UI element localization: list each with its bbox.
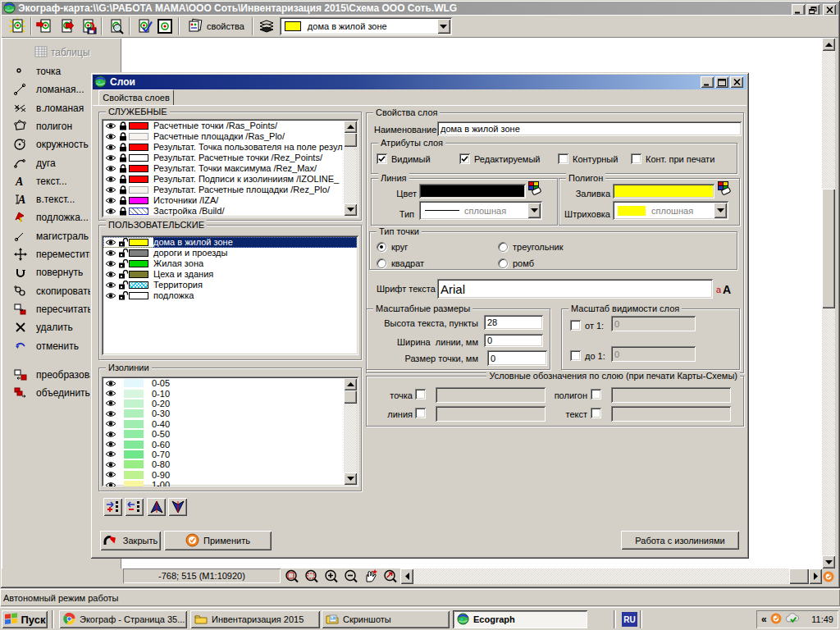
attr-checkbox-3[interactable]: Контурный xyxy=(558,153,618,164)
eye-icon[interactable] xyxy=(103,482,117,486)
layer-row[interactable]: подложка xyxy=(103,290,357,301)
tray-orange-icon[interactable] xyxy=(770,613,782,626)
close-button[interactable] xyxy=(823,4,836,15)
polygon-hatch-dropdown-button[interactable] xyxy=(714,203,727,218)
language-indicator[interactable]: RU xyxy=(622,612,637,627)
scroll-thumb[interactable] xyxy=(344,133,357,147)
isolines-list[interactable]: 0-05 0-10 0-20 0-30 0-40 0-50 0-60 xyxy=(102,377,358,486)
isoline-row[interactable]: 0-40 xyxy=(103,419,357,429)
attr-checkbox-2[interactable]: Редактируемый xyxy=(459,153,541,164)
lock-open-icon[interactable] xyxy=(117,291,129,300)
move-isoline-down-button[interactable] xyxy=(168,498,187,516)
size-input-3[interactable]: 0 xyxy=(487,350,547,366)
zoom-in-button[interactable] xyxy=(322,568,341,583)
eye-icon[interactable] xyxy=(103,271,117,278)
eye-icon[interactable] xyxy=(103,239,117,246)
isoline-row[interactable]: 0-90 xyxy=(103,470,357,480)
scroll-thumb[interactable] xyxy=(822,189,835,308)
layer-row[interactable]: дороги и проезды xyxy=(103,248,357,258)
eye-icon[interactable] xyxy=(103,471,117,478)
layer-name-input[interactable]: дома в жилой зоне xyxy=(437,121,742,136)
lock-open-icon[interactable] xyxy=(117,238,129,247)
layer-row[interactable]: Источники /IZA/ xyxy=(103,195,357,206)
visibility-checkbox-1[interactable]: от 1: xyxy=(570,320,604,331)
lock-closed-icon[interactable] xyxy=(117,132,129,141)
eye-icon[interactable] xyxy=(103,441,117,448)
attr-checkbox-4[interactable]: Конт. при печати xyxy=(631,153,714,164)
eye-icon[interactable] xyxy=(103,176,117,183)
lock-closed-icon[interactable] xyxy=(117,175,129,184)
preview-button[interactable] xyxy=(105,16,126,36)
point-type-radio-3[interactable]: квадрат xyxy=(377,258,424,268)
user-layers-list[interactable]: дома в жилой зоне дороги и проезды Жилая… xyxy=(102,235,358,355)
zoom-out-button[interactable] xyxy=(341,568,361,583)
tab-layer-properties[interactable]: Свойства слоев xyxy=(98,89,174,106)
eye-icon[interactable] xyxy=(103,281,117,289)
eye-icon[interactable] xyxy=(103,420,117,427)
frame-button[interactable] xyxy=(154,16,176,36)
isoline-row[interactable]: 0-30 xyxy=(103,409,357,418)
legend-checkbox-4[interactable] xyxy=(591,408,601,418)
isoline-row[interactable]: 0-20 xyxy=(103,399,357,409)
service-list-scrollbar[interactable] xyxy=(344,121,357,216)
horizontal-scrollbar[interactable] xyxy=(400,568,822,584)
scroll-up-button[interactable] xyxy=(344,378,357,390)
point-type-radio-4[interactable]: ромб xyxy=(498,258,534,268)
line-color-picker-icon[interactable] xyxy=(527,180,542,199)
isoline-row[interactable]: 0-60 xyxy=(103,439,357,449)
tray-chevron[interactable]: « xyxy=(761,614,767,625)
lock-closed-icon[interactable] xyxy=(117,153,129,162)
move-isoline-up-button[interactable] xyxy=(147,498,166,516)
eye-icon[interactable] xyxy=(103,197,117,204)
lock-closed-icon[interactable] xyxy=(117,196,129,205)
layer-row[interactable]: Расчетные точки /Ras_Points/ xyxy=(103,121,357,131)
point-type-radio-1[interactable]: круг xyxy=(377,242,408,252)
scroll-up-button[interactable] xyxy=(344,121,357,133)
legend-checkbox-2[interactable] xyxy=(591,389,601,399)
taskbar-task-1[interactable]: Экограф - Страница 35... xyxy=(59,610,187,628)
export-button[interactable] xyxy=(56,16,77,36)
lock-closed-icon[interactable] xyxy=(117,185,129,194)
dialog-minimize-button[interactable] xyxy=(701,76,714,88)
legend-checkbox-3[interactable] xyxy=(415,408,426,418)
scroll-down-button[interactable] xyxy=(344,472,357,485)
lock-closed-icon[interactable] xyxy=(117,164,129,173)
import-button[interactable] xyxy=(34,16,56,36)
polygon-fill-picker-icon[interactable] xyxy=(717,180,732,199)
layer-row[interactable]: Результат. Подписи к изолинииям /IZOLINE… xyxy=(103,174,357,185)
properties-button[interactable]: свойства xyxy=(182,16,249,36)
lock-closed-icon[interactable] xyxy=(117,207,129,216)
eye-icon[interactable] xyxy=(103,122,117,130)
eye-icon[interactable] xyxy=(103,249,117,257)
eye-icon[interactable] xyxy=(103,208,117,215)
eye-icon[interactable] xyxy=(103,390,117,397)
layer-row[interactable]: Расчетные площадки /Ras_Plo/ xyxy=(103,131,357,142)
vertical-scrollbar[interactable] xyxy=(822,38,835,568)
zoom-prev-button[interactable] xyxy=(381,568,400,583)
lock-open-icon[interactable] xyxy=(117,249,129,258)
size-input-2[interactable]: 0 xyxy=(484,334,543,347)
taskbar-task-4[interactable]: Ecograph xyxy=(453,610,587,628)
taskbar-task-3[interactable]: Скриншоты xyxy=(322,610,450,628)
eye-icon[interactable] xyxy=(103,165,117,172)
new-map-button[interactable] xyxy=(7,16,28,36)
polygon-fill-swatch[interactable] xyxy=(613,184,714,199)
check-button[interactable] xyxy=(133,16,154,36)
remove-isoline-button[interactable] xyxy=(125,498,144,516)
taskbar-task-2[interactable]: Инвентаризация 2015 xyxy=(190,610,320,628)
scroll-down-button[interactable] xyxy=(344,203,357,216)
eye-icon[interactable] xyxy=(103,450,117,458)
visibility-checkbox-2[interactable]: до 1: xyxy=(570,350,605,361)
refresh-corner-icon[interactable] xyxy=(822,568,835,584)
service-layers-list[interactable]: Расчетные точки /Ras_Points/ Расчетные п… xyxy=(102,119,358,217)
add-isoline-button[interactable] xyxy=(103,498,122,516)
layer-row[interactable]: Результат. Расчетные площадки /Rez_Plo/ xyxy=(103,185,357,195)
size-input-1[interactable]: 28 xyxy=(484,315,543,330)
layer-row[interactable]: Результат. Расчетные точки /Rez_Points/ xyxy=(103,153,357,163)
isoline-row[interactable]: 0-50 xyxy=(103,429,357,439)
eye-icon[interactable] xyxy=(103,380,117,387)
isolines-work-button[interactable]: Работа с изолиниями xyxy=(621,531,739,550)
dialog-maximize-button[interactable] xyxy=(715,76,728,88)
lock-open-icon[interactable] xyxy=(117,281,129,290)
apply-button[interactable]: Применить xyxy=(164,531,272,550)
